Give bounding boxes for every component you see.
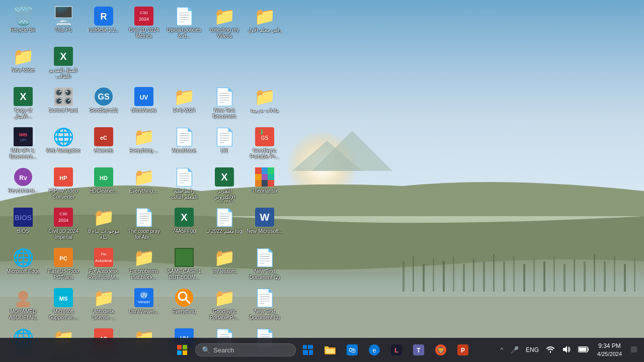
icon-theoronsix[interactable]: Theoriansix <box>246 165 284 205</box>
icon-autodesk-license[interactable]: 📁 Autodesk License ... <box>85 286 123 326</box>
tray-overflow-button[interactable]: ^ <box>498 344 505 355</box>
svg-rect-8 <box>463 264 465 292</box>
icon-bios[interactable]: BIOS BIOS <box>4 205 42 245</box>
icon-rbt-moalem[interactable]: 📄 رابط طلبة المعلم الثالث <box>165 165 203 205</box>
svg-rect-13 <box>513 256 515 292</box>
icon-web-navigation[interactable]: 🌐 Web Navigation <box>44 125 83 165</box>
svg-text:HD: HD <box>100 175 108 181</box>
notification-icon[interactable] <box>628 343 640 357</box>
icon-goodsync-portable-2[interactable]: 📁 GoodSync Portable Pr... <box>205 286 244 326</box>
svg-rect-99 <box>183 350 187 355</box>
icon-altqreer[interactable]: X التقرير الإلكتروني الأساسي <box>205 165 244 205</box>
icon-new-text-1[interactable]: 📄 New Text Document <box>205 84 244 125</box>
icon-revouninstall[interactable]: Rv RevoUninst... <box>4 165 42 205</box>
icon-moalem-2022[interactable]: 📄 معلم 2022 لـ tug <box>205 205 244 245</box>
svg-text:IMB: IMB <box>19 132 28 137</box>
svg-text:X: X <box>20 91 27 102</box>
icon-this-pc[interactable]: 🖥️ This PC <box>44 4 83 44</box>
taskbar-app-laravel[interactable]: L <box>386 340 407 360</box>
icon-upload-policies[interactable]: 📄 Upload policies & d... <box>165 4 203 44</box>
svg-point-81 <box>18 291 28 301</box>
icon-control-panel[interactable]: 🎛️ Control Panel <box>44 84 83 125</box>
icon-everything-2[interactable]: 📁 Everything ... <box>125 165 163 205</box>
icon-hdcleaner[interactable]: HD HDCleaner... <box>85 165 123 205</box>
svg-text:X: X <box>60 51 67 62</box>
icon-the-code[interactable]: 📄 The code pray for Abi... <box>125 205 163 245</box>
icon-ms-edge[interactable]: 🌐 Microsoft Edge <box>4 245 42 286</box>
icon-fix-problems[interactable]: 📁 Fix problems that block... <box>125 245 163 286</box>
wifi-icon[interactable] <box>544 343 557 357</box>
svg-text:GS: GS <box>98 93 109 101</box>
svg-rect-12 <box>503 261 505 292</box>
taskbar-app-teams[interactable]: T <box>409 340 429 360</box>
icon-new-folder[interactable]: 📁 New folder <box>4 44 42 84</box>
icon-hipaw[interactable]: HP HiPaw Video Converter <box>44 165 83 205</box>
taskbar-app-powerpoint[interactable]: P <box>453 340 473 360</box>
svg-rect-11 <box>493 254 495 292</box>
icon-civil3d-2024[interactable]: C3D2024 Civil 3D 2024 Metrics <box>125 4 163 44</box>
icon-imb[interactable]: IMBUPI IMB UPI 1: Basement... <box>4 125 42 165</box>
icon-ramy-folder[interactable]: 📁 رامي معلم الأول <box>246 4 284 44</box>
icon-aboutissue[interactable]: 📄 AboutIssue <box>165 125 203 165</box>
svg-rect-76 <box>94 248 113 267</box>
icon-mwjoodat[interactable]: 📁 موجودات بناء 8 بناء <box>85 205 123 245</box>
svg-text:BIOS: BIOS <box>15 214 32 222</box>
svg-rect-9 <box>473 259 474 292</box>
svg-rect-103 <box>309 350 313 355</box>
speaker-icon[interactable] <box>560 343 573 357</box>
icon-new-text-3[interactable]: 📄 New Text Document (3) <box>246 286 284 326</box>
svg-text:Viewer: Viewer <box>138 300 150 304</box>
battery-icon[interactable] <box>576 344 591 356</box>
taskbar-app-brave[interactable]: 🦁 <box>431 340 451 360</box>
svg-text:C3D: C3D <box>59 212 67 216</box>
svg-text:MS: MS <box>59 296 68 302</box>
icon-fix-autodesk[interactable]: FixAutodesk Fix Autodesk Revit 3ds M... <box>85 245 123 286</box>
icon-excel-template[interactable]: X المثال التقديم الطالب <box>44 44 83 84</box>
svg-rect-3 <box>413 256 414 292</box>
icon-mohamed[interactable]: MOHAMED ABOUELNIL <box>4 286 42 326</box>
taskbar-app-store[interactable]: 🛍 <box>342 340 362 360</box>
svg-text:X: X <box>181 212 188 223</box>
icon-goodsync[interactable]: GS GoodSync15 <box>85 84 123 125</box>
search-bar[interactable]: 🔍 Search <box>195 343 296 356</box>
svg-rect-21 <box>594 254 595 292</box>
taskbar-app-file-explorer[interactable] <box>320 340 340 360</box>
icon-tabadulat[interactable]: 📁 تبادلات تدريبية <box>246 84 284 125</box>
icon-ms-support[interactable]: MS Microsoft Support an... <box>44 286 83 326</box>
icon-74a5ff00[interactable]: X 74A5FF00 <box>165 205 203 245</box>
icon-rustdesk[interactable]: R rustdesk 1.2... <box>85 4 123 44</box>
icon-civil3d-imperial[interactable]: C3D2024 Civil 3D 2024 Imperial <box>44 205 83 245</box>
icon-my-lessons[interactable]: 📁 my lessons <box>205 245 244 286</box>
icon-ecamels[interactable]: eC eCamels <box>85 125 123 165</box>
icon-copy-amthal[interactable]: X Copy of الأمثال... <box>4 84 42 125</box>
svg-text:HP: HP <box>59 175 67 181</box>
icon-everything-folder[interactable]: 📁 Everything ... <box>125 125 163 165</box>
icon-collecting-videos[interactable]: 📁 collecting my Videos <box>205 4 244 44</box>
clock-date: 4/25/2024 <box>597 350 622 358</box>
icon-ultraviewer-2[interactable]: UVViewer UltraViewer... <box>125 286 163 326</box>
svg-rect-17 <box>553 256 555 292</box>
svg-rect-67 <box>54 208 73 227</box>
language-indicator[interactable]: ENG <box>524 345 541 354</box>
icon-14-8-2024[interactable]: 📁 14-8-2024 <box>165 84 203 125</box>
clock-area[interactable]: 9:34 PM 4/25/2024 <box>594 341 625 359</box>
icon-goodsync-portable[interactable]: ▐GS GoodSync Portable Pr... <box>246 125 284 165</box>
icon-same-case[interactable]: SAME CASE 1 BUT BOUN... <box>165 245 203 286</box>
taskbar-app-edge[interactable]: e <box>364 340 384 360</box>
icon-easeus[interactable]: PC EaseUS Todo PCTrans <box>44 245 83 286</box>
start-button[interactable] <box>171 339 193 361</box>
icon-ultraviewer[interactable]: UV UltraViewer <box>125 84 163 125</box>
icon-recycle-bin[interactable]: 🗑️ Recycle Bin <box>4 4 42 44</box>
svg-rect-7 <box>453 256 454 292</box>
icon-everything-app[interactable]: Everything <box>165 286 203 326</box>
svg-text:GS: GS <box>261 135 269 141</box>
svg-rect-61 <box>268 174 274 180</box>
icon-new-text-2[interactable]: 📄 New Text Document (2) <box>246 245 284 286</box>
svg-rect-121 <box>588 348 589 351</box>
icon-128[interactable]: 📄 128 <box>205 125 244 165</box>
mic-icon[interactable]: 🎤 <box>508 344 521 356</box>
svg-text:🛍: 🛍 <box>349 346 356 354</box>
svg-rect-98 <box>177 350 182 355</box>
icon-new-microsoft[interactable]: W New Microsoft... <box>246 205 284 245</box>
taskbar-app-widgets[interactable] <box>298 340 318 360</box>
